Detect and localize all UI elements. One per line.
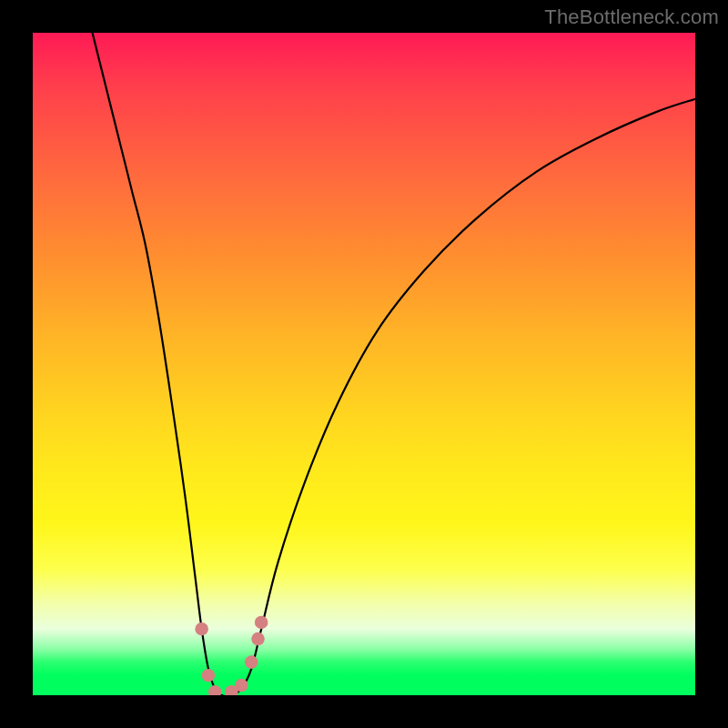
curve-marker-4 — [235, 679, 248, 693]
chart-frame: TheBottleneck.com — [0, 0, 728, 728]
curve-marker-0 — [195, 622, 208, 636]
curve-marker-1 — [202, 669, 216, 682]
watermark-text: TheBottleneck.com — [544, 5, 719, 29]
curve-marker-7 — [255, 616, 268, 630]
curve-marker-5 — [245, 655, 258, 669]
plot-area — [33, 33, 695, 695]
curve-marker-2 — [208, 685, 222, 695]
curve-layer — [33, 33, 695, 695]
bottleneck-curve — [93, 33, 695, 695]
curve-marker-6 — [251, 632, 265, 646]
